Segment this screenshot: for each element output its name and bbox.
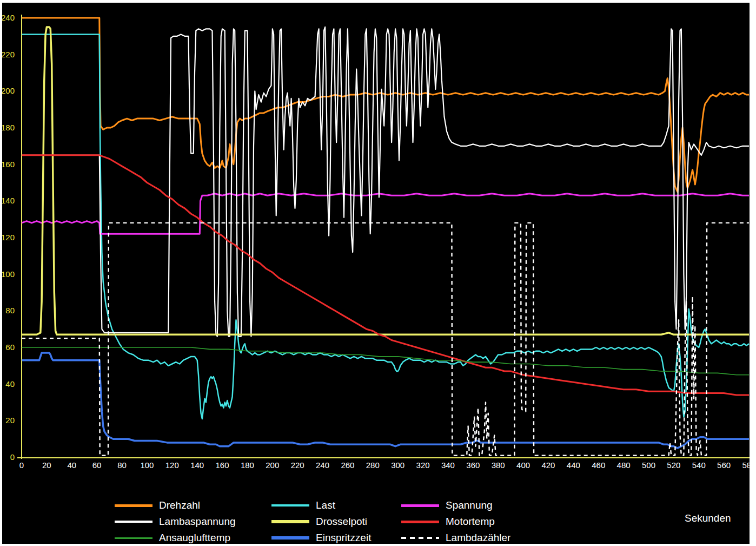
x-tick-label: 400 bbox=[516, 460, 530, 471]
legend-swatch-lambdazähler bbox=[401, 537, 439, 539]
legend-swatch-ansauglufttemp bbox=[115, 537, 152, 539]
series-line-spannung bbox=[22, 194, 749, 234]
chart-series-plot bbox=[22, 18, 749, 457]
legend-label-last: Last bbox=[316, 499, 335, 512]
legend-swatch-lambaspannung bbox=[115, 521, 152, 523]
legend-swatch-drehzahl bbox=[115, 504, 152, 507]
x-tick-label: 60 bbox=[92, 460, 102, 471]
y-tick-label: 40 bbox=[5, 379, 15, 389]
legend-label-einspritzzeit: Einspritzzeit bbox=[316, 531, 371, 544]
x-tick-label: 280 bbox=[366, 460, 380, 471]
y-tick-label: 240 bbox=[2, 13, 15, 23]
x-tick-label: 0 bbox=[19, 460, 24, 471]
y-tick-label: 220 bbox=[2, 50, 15, 60]
series-line-lambaspannung bbox=[22, 27, 749, 337]
x-tick-label: 240 bbox=[316, 460, 329, 471]
x-tick-label: 340 bbox=[441, 460, 455, 471]
x-tick-label: 520 bbox=[667, 460, 680, 471]
legend-label-lambdazähler: Lambdazähler bbox=[446, 531, 510, 544]
legend-label-ansauglufttemp: Ansauglufttemp bbox=[159, 531, 230, 544]
series-line-einspritzzeit bbox=[22, 353, 749, 448]
y-tick-label: 120 bbox=[2, 233, 15, 242]
x-tick-label: 420 bbox=[541, 460, 555, 471]
legend-swatch-spannung bbox=[401, 504, 439, 507]
legend-label-drosselpoti: Drosselpoti bbox=[316, 515, 367, 528]
legend-swatch-last bbox=[271, 504, 309, 506]
legend-swatch-motortemp bbox=[401, 521, 439, 523]
x-tick-label: 500 bbox=[642, 460, 655, 471]
series-line-motortemp bbox=[22, 155, 749, 395]
x-tick-label: 80 bbox=[117, 460, 127, 471]
series-line-lambdazähler bbox=[22, 223, 749, 456]
y-tick-label: 100 bbox=[2, 269, 15, 279]
x-tick-label: 120 bbox=[165, 460, 179, 471]
x-tick-label: 540 bbox=[692, 460, 706, 471]
x-axis-line bbox=[17, 457, 750, 458]
legend-swatch-drosselpoti bbox=[271, 520, 309, 523]
x-tick-label: 40 bbox=[67, 460, 76, 471]
y-tick-label: 20 bbox=[5, 416, 15, 425]
legend-swatch-einspritzzeit bbox=[271, 536, 309, 540]
y-axis-tick-labels: 020406080100120140160180200220240 bbox=[2, 3, 16, 544]
chart-plot-area: 020406080100120140160180200220240 020406… bbox=[2, 3, 750, 544]
x-tick-label: 100 bbox=[140, 460, 154, 471]
x-tick-label: 140 bbox=[190, 460, 204, 471]
x-tick-label: 320 bbox=[416, 460, 430, 471]
y-tick-label: 200 bbox=[2, 86, 15, 96]
x-tick-label: 20 bbox=[42, 460, 51, 471]
x-tick-label: 220 bbox=[291, 460, 304, 471]
legend-label-spannung: Spannung bbox=[446, 499, 493, 512]
x-tick-label: 200 bbox=[266, 460, 279, 471]
x-tick-label: 260 bbox=[341, 460, 354, 471]
legend-label-motortemp: Motortemp bbox=[446, 515, 495, 528]
y-tick-label: 140 bbox=[2, 196, 15, 206]
x-tick-label: 180 bbox=[241, 460, 254, 471]
y-tick-label: 60 bbox=[5, 343, 15, 352]
legend-label-drehzahl: Drehzahl bbox=[159, 499, 200, 512]
x-tick-label: 560 bbox=[717, 460, 731, 471]
x-tick-label: 300 bbox=[391, 460, 404, 471]
x-tick-label: 380 bbox=[492, 460, 505, 471]
x-tick-label: 480 bbox=[617, 460, 631, 471]
x-tick-label: 160 bbox=[216, 460, 229, 471]
legend-label-lambaspannung: Lambaspannung bbox=[159, 515, 236, 528]
y-tick-label: 0 bbox=[10, 452, 15, 462]
y-tick-label: 180 bbox=[2, 123, 15, 133]
data-logger-window: 020406080100120140160180200220240 020406… bbox=[0, 0, 756, 546]
y-tick-label: 160 bbox=[2, 160, 15, 169]
x-tick-label: 580 bbox=[742, 460, 750, 471]
x-tick-label: 440 bbox=[567, 460, 580, 471]
y-tick-label: 80 bbox=[5, 306, 15, 315]
x-tick-label: 360 bbox=[466, 460, 480, 471]
x-tick-label: 460 bbox=[592, 460, 605, 471]
x-axis-title: Sekunden bbox=[685, 512, 731, 525]
x-axis-tick-labels: 0204060801001201401601802002202402602803… bbox=[2, 460, 750, 472]
